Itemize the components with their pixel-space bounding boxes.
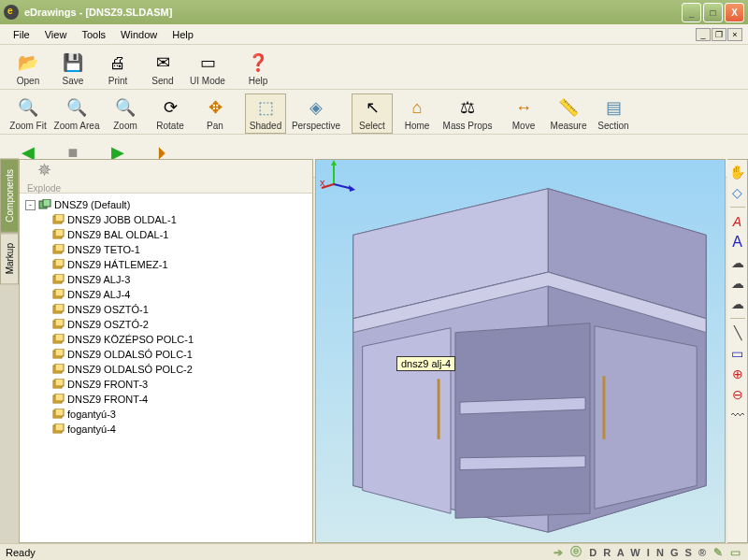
svg-marker-46 (331, 160, 337, 165)
tree-root[interactable]: -DNSZ9 (Default) (25, 197, 307, 212)
eraser-icon[interactable]: ◇ (729, 184, 746, 201)
tree-item[interactable]: DNSZ9 TETO-1 (25, 242, 307, 257)
tree-item[interactable]: DNSZ9 BAL OLDAL-1 (25, 227, 307, 242)
close-button[interactable]: X (725, 3, 744, 22)
part-icon (51, 424, 65, 435)
svg-rect-19 (55, 334, 64, 341)
component-tree[interactable]: -DNSZ9 (Default)DNSZ9 JOBB OLDAL-1DNSZ9 … (20, 194, 312, 542)
rotate-button[interactable]: ⟳Rotate (150, 93, 191, 134)
zoomarea-button[interactable]: 🔍Zoom Area (52, 93, 101, 134)
viewport-3d[interactable]: dnsz9 alj-4 x (315, 159, 726, 543)
tree-item-label: fogantyú-3 (67, 409, 116, 420)
menu-view[interactable]: View (37, 26, 75, 43)
uimode-button[interactable]: ▭UI Mode (187, 49, 228, 89)
menu-help[interactable]: Help (165, 26, 201, 43)
home-button[interactable]: ⌂Home (396, 93, 438, 134)
mdi-controls: _ ❐ × (696, 28, 742, 41)
shaded-button[interactable]: ⬚Shaded (245, 93, 286, 134)
save-button[interactable]: 💾Save (52, 49, 94, 89)
menu-file[interactable]: File (6, 26, 37, 43)
tree-item[interactable]: DNSZ9 OSZTÓ-1 (25, 302, 307, 317)
zoomfit-button[interactable]: 🔍Zoom Fit (7, 93, 49, 134)
circle-plus-icon[interactable]: ⊕ (729, 366, 746, 382)
part-icon (51, 409, 65, 420)
tree-item[interactable]: fogantyú-4 (25, 422, 307, 437)
tree-item[interactable]: DNSZ9 HÁTLEMEZ-1 (25, 257, 307, 272)
title-bar: eDrawings - [DNSZ9.SLDASM] _ □ X (0, 0, 748, 24)
pan-button[interactable]: ✥Pan (194, 93, 236, 134)
mdi-restore-button[interactable]: ❐ (712, 28, 726, 41)
tree-item[interactable]: DNSZ9 KÖZÉPSO POLC-1 (25, 332, 307, 347)
hand-icon[interactable]: ✋ (729, 164, 746, 180)
text-large-icon[interactable]: A (729, 234, 746, 251)
zoom-icon: 🔍 (114, 96, 137, 119)
cloud-icon[interactable]: ☁ (729, 254, 746, 271)
mdi-minimize-button[interactable]: _ (696, 28, 711, 41)
tree-item[interactable]: DNSZ9 OSZTÓ-2 (25, 317, 307, 332)
help-button[interactable]: ❓Help (237, 49, 279, 89)
menu-window[interactable]: Window (113, 26, 165, 43)
send-button[interactable]: ✉Send (142, 49, 183, 89)
text-small-icon[interactable]: A (729, 213, 746, 230)
print-button[interactable]: 🖨Print (97, 49, 138, 89)
tree-item[interactable]: DNSZ9 ALJ-3 (25, 272, 307, 287)
open-button[interactable]: 📂Open (7, 49, 49, 89)
tree-item[interactable]: DNSZ9 OLDALSÓ POLC-1 (25, 347, 307, 362)
rectangle-icon[interactable]: ▭ (729, 345, 746, 362)
move-icon: ↔ (512, 96, 535, 119)
tree-item[interactable]: DNSZ9 OLDALSÓ POLC-2 (25, 362, 307, 377)
line-icon[interactable]: ╲ (729, 324, 746, 341)
workspace: Components Markup ✵Explode -DNSZ9 (Defau… (0, 159, 748, 543)
curve-icon[interactable]: 〰 (729, 407, 746, 424)
massprops-button[interactable]: ⚖Mass Props (441, 93, 494, 134)
tab-components[interactable]: Components (0, 159, 19, 233)
circle-minus-icon[interactable]: ⊖ (729, 386, 746, 403)
part-icon (51, 364, 65, 375)
pencil-icon[interactable]: ✎ (713, 546, 725, 559)
components-panel: ✵Explode -DNSZ9 (Default)DNSZ9 JOBB OLDA… (19, 159, 313, 543)
perspective-button[interactable]: ◈Perspective (290, 93, 342, 134)
select-icon: ↖ (361, 96, 383, 119)
select-button[interactable]: ↖Select (352, 93, 393, 134)
app-icon (4, 5, 19, 20)
minimize-button[interactable]: _ (682, 3, 701, 22)
measure-icon: 📏 (557, 96, 580, 119)
perspective-icon: ◈ (305, 96, 327, 119)
tab-markup[interactable]: Markup (0, 233, 19, 284)
collapse-icon[interactable]: - (25, 200, 36, 210)
tree-item[interactable]: DNSZ9 FRONT-4 (25, 392, 307, 407)
part-icon (51, 379, 65, 390)
part-icon (51, 334, 65, 345)
svg-rect-13 (55, 289, 64, 296)
options-icon[interactable]: ▭ (730, 546, 742, 559)
explode-button[interactable]: ✵Explode (25, 156, 63, 196)
svg-marker-48 (349, 185, 355, 192)
measure-button[interactable]: 📏Measure (548, 93, 589, 134)
tree-item-label: DNSZ9 ALJ-4 (67, 289, 130, 300)
zoom-button[interactable]: 🔍Zoom (105, 93, 146, 134)
tree-item[interactable]: DNSZ9 FRONT-3 (25, 377, 307, 392)
rotate-icon: ⟳ (159, 96, 181, 119)
markup-toolbar: ✋ ◇ A A ☁ ☁ ☁ ╲ ▭ ⊕ ⊖ 〰 (727, 159, 748, 543)
status-text: Ready (6, 547, 36, 558)
side-tabs: Components Markup (0, 159, 19, 543)
tree-item[interactable]: DNSZ9 ALJ-4 (25, 287, 307, 302)
svg-rect-23 (55, 364, 64, 371)
tree-item[interactable]: DNSZ9 JOBB OLDAL-1 (25, 212, 307, 227)
maximize-button[interactable]: □ (703, 3, 723, 22)
tree-item-label: DNSZ9 KÖZÉPSO POLC-1 (67, 334, 194, 345)
tree-item-label: DNSZ9 OLDALSÓ POLC-1 (67, 349, 193, 360)
section-button[interactable]: ▤Section (593, 93, 634, 134)
zoomfit-icon: 🔍 (17, 96, 39, 119)
cloud-leader-icon[interactable]: ☁ (729, 275, 746, 292)
tree-item-label: DNSZ9 TETO-1 (67, 244, 140, 255)
part-icon (51, 304, 65, 315)
tree-item-label: DNSZ9 OSZTÓ-1 (67, 304, 149, 315)
cloud-text-icon[interactable]: ☁ (729, 295, 746, 312)
pan-icon: ✥ (204, 96, 226, 119)
tree-item-label: DNSZ9 FRONT-3 (67, 379, 148, 390)
move-button[interactable]: ↔Move (503, 93, 544, 134)
tree-item[interactable]: fogantyú-3 (25, 407, 307, 422)
menu-tools[interactable]: Tools (74, 26, 113, 43)
mdi-close-button[interactable]: × (727, 28, 742, 41)
